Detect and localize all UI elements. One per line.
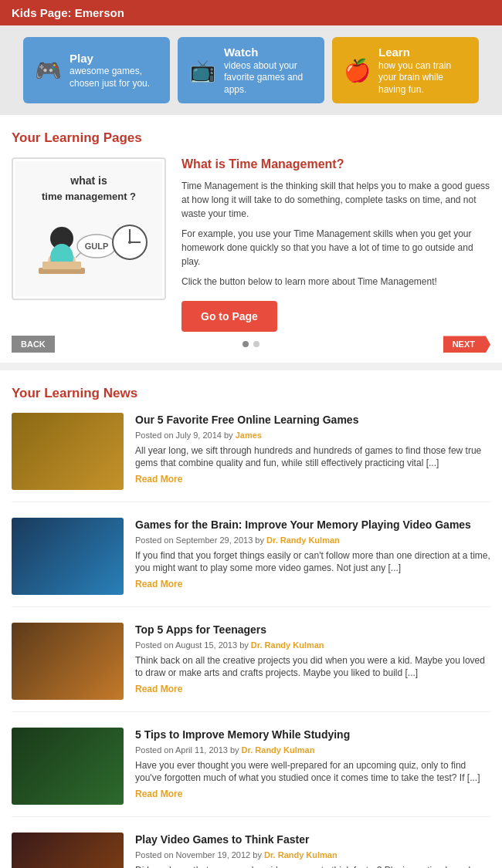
news-title-0: Our 5 Favorite Free Online Learning Game…	[135, 413, 490, 427]
news-item: 5 Tips to Improve Memory While Studying …	[12, 728, 490, 817]
news-thumbnail-1	[12, 518, 124, 595]
news-thumbnail-0	[12, 413, 124, 490]
news-meta-3: Posted on April 11, 2013 by Dr. Randy Ku…	[135, 745, 490, 755]
read-more-link-0[interactable]: Read More	[135, 474, 490, 485]
learn-icon: 🍎	[344, 58, 371, 83]
news-meta-1: Posted on September 29, 2013 by Dr. Rand…	[135, 535, 490, 545]
read-more-link-3[interactable]: Read More	[135, 789, 490, 799]
carousel-dots	[243, 341, 259, 347]
news-author-2: Dr. Randy Kulman	[251, 640, 324, 650]
news-title-3: 5 Tips to Improve Memory While Studying	[135, 728, 490, 741]
news-item: Our 5 Favorite Free Online Learning Game…	[12, 413, 490, 502]
news-excerpt-2: Think back on all the creative projects …	[135, 654, 490, 681]
news-meta-2: Posted on August 15, 2013 by Dr. Randy K…	[135, 640, 490, 650]
learning-news-title: Your Learning News	[12, 386, 490, 401]
news-excerpt-1: If you find that you forget things easil…	[135, 549, 490, 576]
news-content-3: 5 Tips to Improve Memory While Studying …	[135, 728, 490, 805]
thumb-image-1	[12, 518, 124, 595]
read-more-link-2[interactable]: Read More	[135, 684, 490, 694]
watch-button[interactable]: 📺 Watch videos about your favorite games…	[178, 37, 324, 103]
thumb-image-2	[12, 623, 124, 700]
news-author-1: Dr. Randy Kulman	[266, 535, 340, 545]
learn-button[interactable]: 🍎 Learn how you can train your brain whi…	[332, 37, 479, 103]
featured-title: What is Time Management?	[181, 157, 490, 171]
featured-desc3: Click the button below to learn more abo…	[181, 275, 490, 289]
news-excerpt-0: All year long, we sift through hundreds …	[135, 444, 490, 471]
featured-desc2: For example, you use your Time Managemen…	[181, 227, 490, 269]
action-buttons-section: 🎮 Play awesome games, chosen just for yo…	[0, 25, 502, 115]
page-header: Kids Page: Emerson	[0, 0, 502, 25]
play-button[interactable]: 🎮 Play awesome games, chosen just for yo…	[23, 37, 170, 103]
news-excerpt-3: Have you ever thought you were well-prep…	[135, 759, 490, 785]
svg-text:time management ?: time management ?	[42, 191, 136, 202]
thumb-image-3	[12, 728, 124, 805]
news-list: Our 5 Favorite Free Online Learning Game…	[12, 413, 490, 868]
svg-text:GULP: GULP	[85, 241, 109, 251]
carousel-navigation: BACK NEXT	[12, 341, 490, 347]
carousel-next-button[interactable]: NEXT	[443, 336, 490, 353]
news-title-4: Play Video Games to Think Faster	[135, 833, 490, 846]
time-management-illustration: what is time management ? GULP	[15, 161, 162, 296]
news-content-0: Our 5 Favorite Free Online Learning Game…	[135, 413, 490, 490]
watch-description: videos about your favorite games and app…	[224, 60, 313, 96]
svg-rect-7	[42, 262, 81, 269]
featured-image: what is time management ? GULP	[12, 157, 166, 300]
watch-icon: 📺	[189, 58, 216, 83]
news-title-2: Top 5 Apps for Teenagers	[135, 623, 490, 637]
news-thumbnail-4	[12, 833, 124, 868]
read-more-link-1[interactable]: Read More	[135, 579, 490, 589]
news-author-0: James	[236, 431, 262, 440]
play-label: Play	[70, 52, 93, 65]
news-content-4: Play Video Games to Think Faster Posted …	[135, 833, 490, 868]
featured-text: What is Time Management? Time Management…	[181, 157, 490, 332]
news-thumbnail-3	[12, 728, 124, 805]
carousel-dot-2[interactable]	[253, 341, 259, 347]
learn-label: Learn	[378, 46, 410, 59]
news-content-1: Games for the Brain: Improve Your Memory…	[135, 518, 490, 595]
news-author-3: Dr. Randy Kulman	[242, 745, 315, 755]
play-description: awesome games, chosen just for you.	[70, 66, 158, 90]
svg-text:what is: what is	[70, 174, 107, 187]
play-icon: 🎮	[35, 58, 62, 83]
carousel-dot-1[interactable]	[243, 341, 249, 347]
learning-news-section: Your Learning News Our 5 Favorite Free O…	[0, 370, 502, 868]
news-excerpt-4: Did you know that you can play video gam…	[135, 864, 490, 868]
news-title-1: Games for the Brain: Improve Your Memory…	[135, 518, 490, 532]
learning-pages-title: Your Learning Pages	[12, 130, 490, 146]
learn-description: how you can train your brain while havin…	[378, 60, 467, 96]
news-meta-0: Posted on July 9, 2014 by James	[135, 431, 490, 440]
news-author-4: Dr. Randy Kulman	[264, 850, 337, 860]
learning-pages-content: what is time management ? GULP	[12, 157, 490, 332]
thumb-image-0	[12, 413, 124, 490]
watch-label: Watch	[224, 46, 258, 59]
news-item: Top 5 Apps for Teenagers Posted on Augus…	[12, 623, 490, 712]
learning-pages-section: Your Learning Pages what is time managem…	[0, 115, 502, 363]
news-content-2: Top 5 Apps for Teenagers Posted on Augus…	[135, 623, 490, 700]
news-item: Play Video Games to Think Faster Posted …	[12, 833, 490, 868]
news-item: Games for the Brain: Improve Your Memory…	[12, 518, 490, 607]
carousel-back-button[interactable]: BACK	[12, 336, 55, 353]
thumb-image-4	[12, 833, 124, 868]
page-title: Kids Page: Emerson	[12, 6, 124, 19]
go-to-page-button[interactable]: Go to Page	[181, 301, 277, 332]
featured-desc1: Time Management is the thinking skill th…	[181, 179, 490, 221]
news-meta-4: Posted on November 19, 2012 by Dr. Randy…	[135, 850, 490, 860]
news-thumbnail-2	[12, 623, 124, 700]
